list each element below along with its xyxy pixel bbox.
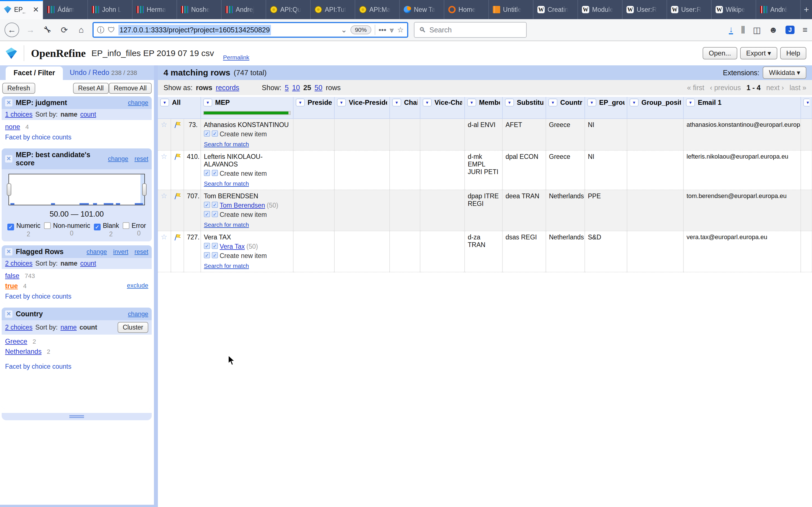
row-flag-cell[interactable] bbox=[171, 190, 184, 231]
column-header-email-1[interactable]: ▼Email 1 bbox=[683, 97, 801, 119]
page-size-25[interactable]: 25 bbox=[303, 83, 311, 92]
star-icon[interactable]: ☆ bbox=[161, 120, 167, 129]
close-facet-icon[interactable]: ✕ bbox=[5, 248, 12, 256]
facet-choice-false[interactable]: false 743 bbox=[5, 271, 148, 281]
row-star-cell[interactable]: ☆ bbox=[158, 190, 171, 231]
facet-by-counts-link[interactable]: Facet by choice counts bbox=[5, 133, 71, 141]
match-checkbox[interactable] bbox=[204, 252, 210, 258]
change-link[interactable]: change bbox=[87, 248, 107, 256]
page-actions-icon[interactable]: ••• bbox=[378, 25, 386, 34]
create-new-item[interactable]: Create new item bbox=[220, 252, 267, 260]
row-star-cell[interactable]: ☆ bbox=[158, 119, 171, 151]
column-menu-dropdown-icon[interactable]: ▼ bbox=[803, 99, 809, 107]
column-header-partial[interactable]: ▼ bbox=[801, 97, 812, 119]
facet-type-checkbox-numeric[interactable]: Numeric2 bbox=[7, 222, 41, 238]
choice-label[interactable]: true bbox=[5, 282, 18, 290]
column-header-vice-chair[interactable]: ▼Vice-Chair bbox=[420, 97, 465, 119]
facet-choice[interactable]: none 4 bbox=[5, 122, 148, 132]
refresh-button[interactable]: Refresh bbox=[2, 83, 35, 94]
cluster-button[interactable]: Cluster bbox=[117, 322, 148, 333]
match-checkbox[interactable] bbox=[204, 130, 210, 136]
star-icon[interactable]: ☆ bbox=[161, 152, 167, 161]
facet-panel-resize-handle[interactable] bbox=[2, 413, 152, 420]
search-for-match-link[interactable]: Search for match bbox=[204, 263, 249, 269]
column-menu-dropdown-icon[interactable]: ▼ bbox=[548, 99, 557, 107]
browser-tab[interactable]: André bbox=[756, 0, 801, 19]
column-header-substitute[interactable]: ▼Substitute bbox=[502, 97, 546, 119]
facet-by-counts-link[interactable]: Facet by choice counts bbox=[5, 363, 71, 370]
forward-button-icon[interactable]: → bbox=[25, 25, 36, 35]
browser-tab[interactable]: API:Qu bbox=[266, 0, 311, 19]
browser-tab[interactable]: API:Ma bbox=[355, 0, 400, 19]
flag-icon[interactable] bbox=[174, 153, 181, 160]
column-header-member[interactable]: ▼Member bbox=[465, 97, 502, 119]
back-button-icon[interactable]: ← bbox=[4, 22, 19, 37]
reload-icon[interactable]: ⟳ bbox=[59, 25, 70, 35]
star-icon[interactable]: ☆ bbox=[161, 233, 167, 241]
column-header-vice-president[interactable]: ▼Vice-President bbox=[335, 97, 390, 119]
page-info-icon[interactable]: ⓘ bbox=[97, 25, 104, 35]
change-link[interactable]: change bbox=[128, 311, 148, 318]
change-link[interactable]: change bbox=[108, 155, 128, 163]
open-button[interactable]: Open... bbox=[703, 47, 737, 59]
choices-count-link[interactable]: 2 choices bbox=[5, 260, 33, 267]
sort-count-link[interactable]: count bbox=[80, 111, 96, 118]
page-size-50[interactable]: 50 bbox=[315, 83, 322, 92]
match-similar-checkbox[interactable] bbox=[212, 211, 218, 217]
shield-icon[interactable]: 🛡︎ bbox=[108, 25, 115, 34]
page-size-5[interactable]: 5 bbox=[285, 83, 289, 92]
match-checkbox[interactable] bbox=[204, 202, 210, 208]
downloads-icon[interactable]: ↓ bbox=[729, 25, 733, 34]
row-star-cell[interactable]: ☆ bbox=[158, 231, 171, 272]
facet-type-checkbox-blank[interactable]: Blank2 bbox=[94, 222, 119, 238]
show-as-rows[interactable]: rows bbox=[196, 83, 212, 92]
new-tab-button[interactable]: + bbox=[801, 0, 812, 19]
panel-divider[interactable] bbox=[154, 65, 158, 507]
flag-icon[interactable] bbox=[174, 121, 181, 128]
browser-tab[interactable]: Ádám bbox=[43, 0, 88, 19]
column-menu-dropdown-icon[interactable]: ▼ bbox=[392, 99, 401, 107]
chevron-down-icon[interactable]: ⌄ bbox=[341, 25, 347, 34]
url-text[interactable]: 127.0.0.1:3333/project?project=160513425… bbox=[118, 25, 271, 35]
flag-icon[interactable] bbox=[174, 233, 181, 241]
tab-facet-filter[interactable]: Facet / Filter bbox=[6, 66, 63, 80]
search-for-match-link[interactable]: Search for match bbox=[204, 221, 249, 228]
create-new-item[interactable]: Create new item bbox=[220, 211, 267, 219]
pagination-last[interactable]: last » bbox=[790, 83, 806, 92]
choice-label[interactable]: false bbox=[5, 272, 19, 279]
match-similar-checkbox[interactable] bbox=[212, 202, 218, 208]
close-facet-icon[interactable]: ✕ bbox=[5, 99, 12, 107]
browser-tab[interactable]: User:R bbox=[667, 0, 712, 19]
column-menu-dropdown-icon[interactable]: ▼ bbox=[423, 99, 432, 107]
match-checkbox[interactable] bbox=[204, 170, 210, 176]
column-menu-dropdown-icon[interactable]: ▼ bbox=[629, 99, 639, 107]
match-similar-checkbox[interactable] bbox=[212, 170, 218, 176]
sort-name-link[interactable]: name bbox=[60, 260, 77, 267]
column-header-mep[interactable]: ▼MEP bbox=[201, 97, 293, 119]
pocket-icon[interactable]: ⩔ bbox=[390, 25, 394, 34]
choice-label[interactable]: Netherlands bbox=[5, 348, 42, 355]
bookmark-star-icon[interactable]: ☆ bbox=[397, 25, 404, 34]
column-menu-dropdown-icon[interactable]: ▼ bbox=[160, 99, 169, 107]
help-button[interactable]: Help bbox=[780, 47, 806, 59]
sort-name-link[interactable]: name bbox=[60, 111, 77, 118]
column-header-country[interactable]: ▼Country bbox=[546, 97, 585, 119]
reset-link[interactable]: reset bbox=[135, 155, 148, 163]
browser-tab[interactable]: Module bbox=[578, 0, 622, 19]
sort-count-link[interactable]: count bbox=[80, 324, 97, 331]
invert-link[interactable]: invert bbox=[113, 248, 128, 256]
facet-choice-greece[interactable]: Greece 2 bbox=[5, 336, 148, 346]
column-header-group-position[interactable]: ▼Group_position bbox=[627, 97, 683, 119]
column-header-all[interactable]: ▼All bbox=[158, 97, 201, 119]
tab-close-icon[interactable]: ✕ bbox=[33, 5, 39, 14]
close-facet-icon[interactable]: ✕ bbox=[5, 155, 12, 163]
sort-count-link[interactable]: count bbox=[80, 260, 96, 267]
sidebar-icon[interactable]: ◫ bbox=[753, 25, 761, 35]
wikidata-extension-button[interactable]: Wikidata ▾ bbox=[763, 66, 806, 79]
browser-tab[interactable]: John L bbox=[88, 0, 133, 19]
column-header-ep-group[interactable]: ▼EP_group bbox=[585, 97, 627, 119]
reset-link[interactable]: reset bbox=[135, 248, 148, 256]
pagination-previous[interactable]: ‹ previous bbox=[710, 83, 741, 92]
menu-hamburger-icon[interactable]: ≡ bbox=[802, 25, 808, 35]
facet-choice-true[interactable]: true 4 exclude bbox=[5, 281, 148, 291]
